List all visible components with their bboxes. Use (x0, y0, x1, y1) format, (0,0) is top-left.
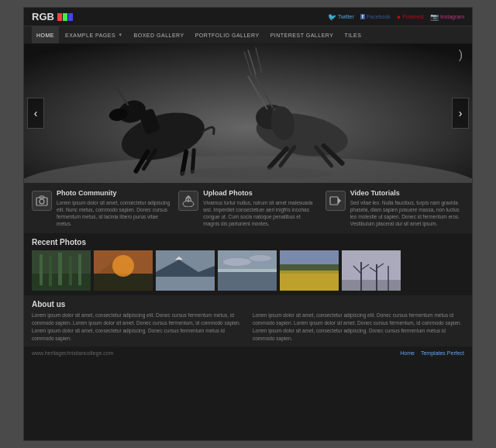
features-section: Photo Community Lorem ipsum dolor sit am… (24, 183, 472, 233)
social-links: 🐦 Twitter f Facebook ● Pinterest 📷 Insta… (328, 13, 464, 21)
site-footer: www.heritagechristiancollege.com Home Te… (24, 346, 472, 360)
feature-photo-community-text: Lorem ipsum dolor sit amet, consectetur … (57, 199, 170, 227)
photo-thumb-2[interactable] (94, 250, 153, 291)
recent-photos-section: Recent Photos (24, 233, 472, 295)
photo-thumb-5[interactable] (280, 250, 339, 291)
svg-rect-63 (342, 250, 401, 281)
site-header: RGB 🐦 Twitter f Facebook ● Pi (24, 8, 472, 26)
svg-point-55 (223, 258, 251, 266)
slider-next-button[interactable]: › (452, 98, 469, 129)
feature-video-tutorials-content: Video Tutorials Sed vitae leo. Nulla fau… (350, 189, 464, 227)
about-title: About us (32, 300, 464, 308)
nav-home[interactable]: HOME (32, 26, 59, 43)
photo-thumb-6[interactable] (342, 250, 401, 291)
photo-thumb-1[interactable] (32, 250, 91, 291)
svg-rect-39 (32, 250, 91, 291)
camera-icon (32, 191, 52, 211)
nav-boxed-gallery[interactable]: BOXED GALLERY (129, 26, 189, 43)
slider-indicator: ) (459, 48, 463, 62)
feature-photo-community-title: Photo Community (57, 189, 170, 197)
footer-url: www.heritagechristiancollege.com (32, 350, 113, 356)
svg-marker-31 (338, 198, 341, 204)
twitter-link[interactable]: 🐦 Twitter (328, 13, 354, 21)
svg-point-26 (40, 199, 44, 204)
about-col2: Lorem ipsum dolor sit amet, consectetur … (253, 312, 464, 342)
svg-point-56 (250, 255, 271, 261)
logo-blocks (57, 13, 73, 21)
pinterest-icon: ● (397, 13, 401, 21)
feature-upload-photos-text: Vivamus turtur nullus, rutrum sit amet m… (203, 199, 317, 227)
svg-rect-49 (156, 277, 215, 291)
instagram-link[interactable]: 📷 Instagram (430, 13, 464, 21)
photo-thumb-3[interactable] (156, 250, 215, 291)
nav-tiles[interactable]: TILES (339, 26, 366, 43)
slider-prev-button[interactable]: ‹ (27, 98, 44, 129)
footer-templates-link[interactable]: Templates Perfect (421, 350, 464, 356)
feature-video-tutorials-title: Video Tutorials (350, 189, 464, 197)
site-nav: HOME EXAMPLE PAGES ▼ BOXED GALLERY PORTF… (24, 26, 472, 43)
nav-example-pages[interactable]: EXAMPLE PAGES ▼ (60, 26, 128, 43)
feature-photo-community: Photo Community Lorem ipsum dolor sit am… (32, 189, 170, 227)
photo-grid (32, 250, 464, 291)
nav-pinterest-gallery[interactable]: PINTEREST GALLERY (266, 26, 339, 43)
recent-photos-title: Recent Photos (32, 238, 464, 246)
logo-blue-block (68, 13, 73, 21)
nav-portfolio-gallery[interactable]: PORTFOLIO GALLERY (191, 26, 264, 43)
feature-upload-photos: Upload Photos Vivamus turtur nullus, rut… (178, 189, 317, 227)
about-col1: Lorem ipsum dolor sit amet, consectetur … (32, 312, 243, 342)
svg-rect-54 (218, 269, 277, 272)
logo-green-block (63, 13, 67, 21)
facebook-icon: f (360, 14, 365, 19)
pinterest-link[interactable]: ● Pinterest (397, 13, 424, 21)
photo-thumb-4[interactable] (218, 250, 277, 291)
feature-photo-community-content: Photo Community Lorem ipsum dolor sit am… (57, 189, 170, 227)
hero-svg (24, 43, 472, 183)
footer-links: Home Templates Perfect (400, 350, 464, 356)
facebook-link[interactable]: f Facebook (360, 14, 391, 19)
pinterest-label: Pinterest (402, 14, 424, 19)
feature-video-tutorials: Video Tutorials Sed vitae leo. Nulla fau… (326, 189, 464, 227)
svg-rect-60 (280, 274, 339, 291)
dropdown-arrow: ▼ (118, 33, 122, 37)
svg-rect-61 (280, 264, 339, 271)
svg-point-45 (112, 255, 134, 277)
svg-line-10 (192, 150, 194, 172)
logo-text: RGB (32, 11, 54, 22)
logo-red-block (57, 13, 62, 21)
next-icon: › (459, 107, 463, 119)
instagram-label: Instagram (440, 14, 464, 19)
feature-video-tutorials-text: Sed vitae leo. Nulla faucibus, turpis na… (350, 199, 464, 227)
video-icon (326, 191, 346, 211)
hero-image (24, 43, 472, 183)
feature-upload-photos-title: Upload Photos (203, 189, 317, 197)
logo: RGB (32, 11, 73, 22)
site-wrapper: RGB 🐦 Twitter f Facebook ● Pi (23, 7, 473, 441)
hero-slider: ‹ › ) (24, 43, 472, 183)
about-cols: Lorem ipsum dolor sit amet, consectetur … (32, 312, 464, 342)
footer-home-link[interactable]: Home (400, 350, 415, 356)
twitter-label: Twitter (338, 14, 354, 19)
feature-upload-photos-content: Upload Photos Vivamus turtur nullus, rut… (203, 189, 317, 227)
outer-border: RGB 🐦 Twitter f Facebook ● Pi (0, 0, 496, 448)
twitter-icon: 🐦 (328, 13, 336, 21)
svg-rect-64 (342, 280, 401, 291)
svg-point-24 (178, 167, 332, 180)
svg-rect-30 (330, 197, 338, 205)
svg-rect-53 (218, 271, 277, 291)
about-section: About us Lorem ipsum dolor sit amet, con… (24, 295, 472, 346)
facebook-label: Facebook (367, 14, 391, 19)
prev-icon: ‹ (34, 107, 38, 119)
upload-icon (178, 191, 198, 211)
instagram-icon: 📷 (430, 13, 439, 21)
